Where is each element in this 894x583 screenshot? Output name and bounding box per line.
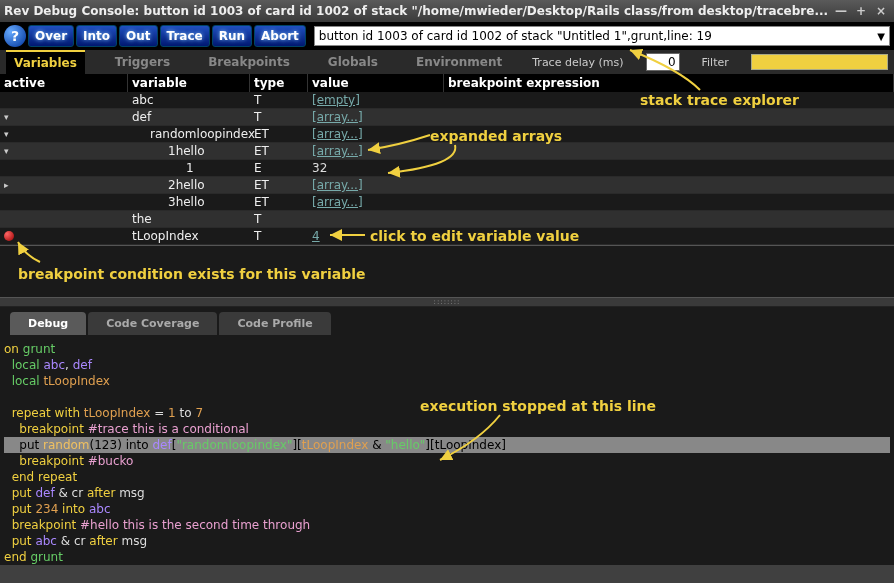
run-button[interactable]: Run	[212, 25, 252, 47]
variable-name: 1	[128, 161, 250, 175]
tab-environment[interactable]: Environment	[408, 51, 510, 73]
variable-type: ET	[250, 127, 308, 141]
variables-table: abcT[empty]▾defT[array...]▾randomloopind…	[0, 92, 894, 245]
variable-name: 2hello	[128, 178, 250, 192]
col-variable: variable	[128, 74, 250, 92]
variable-name: def	[128, 110, 250, 124]
variable-name: 3hello	[128, 195, 250, 209]
over-button[interactable]: Over	[28, 25, 74, 47]
variable-value[interactable]: [empty]	[312, 93, 360, 107]
chevron-down-icon: ▼	[877, 31, 885, 42]
col-value: value	[308, 74, 444, 92]
stack-trace-value: button id 1003 of card id 1002 of stack …	[319, 29, 712, 43]
tab-debug[interactable]: Debug	[10, 312, 86, 335]
tab-code-coverage[interactable]: Code Coverage	[88, 312, 217, 335]
variables-header: active variable type value breakpoint ex…	[0, 74, 894, 92]
table-row[interactable]: ▾randomloopindexET[array...]	[0, 126, 894, 143]
trace-delay-label: Trace delay (ms)	[532, 56, 623, 69]
expand-toggle-icon[interactable]: ▾	[4, 129, 14, 139]
code-tabbar: Debug Code Coverage Code Profile	[0, 307, 894, 335]
variables-empty-space	[0, 245, 894, 297]
main-toolbar: ? Over Into Out Trace Run Abort button i…	[0, 22, 894, 50]
variable-type: ET	[250, 178, 308, 192]
table-row[interactable]: ▸2helloET[array...]	[0, 177, 894, 194]
splitter-handle[interactable]: ::::::::	[0, 297, 894, 307]
tab-triggers[interactable]: Triggers	[107, 51, 178, 73]
panel-tabs: Variables Triggers Breakpoints Globals E…	[0, 50, 894, 74]
window-close-button[interactable]: ×	[872, 3, 890, 19]
col-expression: breakpoint expression	[444, 74, 894, 92]
variable-name: abc	[128, 93, 250, 107]
table-row[interactable]: ▾defT[array...]	[0, 109, 894, 126]
window-minimize-button[interactable]: —	[832, 3, 850, 19]
code-editor[interactable]: on grunt local abc, def local tLoopIndex…	[0, 335, 894, 565]
current-execution-line: put random(123) into def["randomloopinde…	[4, 437, 890, 453]
trace-delay-input[interactable]	[646, 53, 680, 71]
variable-name: randomloopindex	[128, 127, 250, 141]
col-type: type	[250, 74, 308, 92]
tab-globals[interactable]: Globals	[320, 51, 386, 73]
help-icon[interactable]: ?	[4, 25, 26, 47]
variable-type: E	[250, 161, 308, 175]
table-row[interactable]: ▾1helloET[array...]	[0, 143, 894, 160]
window-maximize-button[interactable]: +	[852, 3, 870, 19]
into-button[interactable]: Into	[76, 25, 117, 47]
table-row[interactable]: tLoopIndexT4	[0, 228, 894, 245]
expand-toggle-icon[interactable]: ▾	[4, 146, 14, 156]
variable-type: ET	[250, 195, 308, 209]
out-button[interactable]: Out	[119, 25, 157, 47]
col-active: active	[0, 74, 128, 92]
filter-input[interactable]	[751, 54, 888, 70]
variable-type: T	[250, 229, 308, 243]
trace-button[interactable]: Trace	[160, 25, 210, 47]
variable-value[interactable]: [array...]	[312, 144, 363, 158]
variable-type: T	[250, 93, 308, 107]
window-title: Rev Debug Console: button id 1003 of car…	[4, 4, 830, 18]
tab-variables[interactable]: Variables	[6, 50, 85, 74]
breakpoint-dot-icon[interactable]	[4, 231, 14, 241]
variable-type: ET	[250, 144, 308, 158]
variable-type: T	[250, 110, 308, 124]
variable-value[interactable]: [array...]	[312, 110, 363, 124]
expand-toggle-icon[interactable]: ▸	[4, 180, 14, 190]
variable-name: tLoopIndex	[128, 229, 250, 243]
variable-name: 1hello	[128, 144, 250, 158]
expand-toggle-icon[interactable]: ▾	[4, 112, 14, 122]
tab-code-profile[interactable]: Code Profile	[219, 312, 330, 335]
filter-label: Filter	[702, 56, 729, 69]
stack-trace-dropdown[interactable]: button id 1003 of card id 1002 of stack …	[314, 26, 890, 46]
variable-value: 32	[312, 161, 327, 175]
variable-value[interactable]: [array...]	[312, 127, 363, 141]
variable-value[interactable]: [array...]	[312, 178, 363, 192]
variable-value[interactable]: [array...]	[312, 195, 363, 209]
table-row[interactable]: 3helloET[array...]	[0, 194, 894, 211]
table-row[interactable]: theT	[0, 211, 894, 228]
table-row[interactable]: abcT[empty]	[0, 92, 894, 109]
variable-type: T	[250, 212, 308, 226]
tab-breakpoints[interactable]: Breakpoints	[200, 51, 298, 73]
variable-name: the	[128, 212, 250, 226]
window-titlebar: Rev Debug Console: button id 1003 of car…	[0, 0, 894, 22]
table-row[interactable]: 1E32	[0, 160, 894, 177]
abort-button[interactable]: Abort	[254, 25, 306, 47]
variable-value[interactable]: 4	[312, 229, 320, 243]
